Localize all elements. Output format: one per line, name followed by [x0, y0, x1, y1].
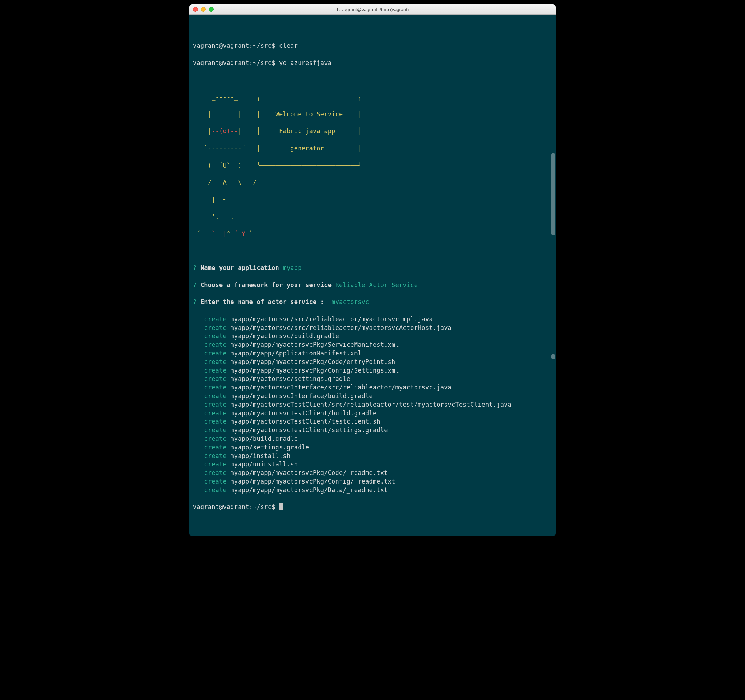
file-path: myapp/myapp/myactorsvcPkg/ServiceManifes…	[230, 341, 399, 348]
create-label: create	[204, 333, 227, 340]
file-path: myapp/uninstall.sh	[230, 461, 298, 468]
file-path: myapp/myactorsvcTestClient/src/reliablea…	[230, 401, 512, 408]
prompt-q1: ? Name your application myapp	[193, 264, 552, 272]
file-path: myapp/myactorsvcInterface/build.gradle	[230, 393, 373, 400]
create-line: create myapp/myactorsvcTestClient/build.…	[193, 409, 552, 418]
ascii-art: `---------´ │ generator │	[193, 144, 552, 153]
terminal-body[interactable]: vagrant@vagrant:~/src$ clear vagrant@vag…	[189, 15, 556, 536]
file-path: myapp/myactorsvc/settings.gradle	[230, 375, 350, 382]
create-line: create myapp/install.sh	[193, 452, 552, 461]
file-path: myapp/install.sh	[230, 452, 290, 460]
create-label: create	[204, 487, 227, 494]
create-line: create myapp/build.gradle	[193, 435, 552, 443]
ascii-art: _-----_ ╭──────────────────────────╮	[193, 93, 552, 101]
create-label: create	[204, 418, 227, 425]
file-path: myapp/myactorsvcTestClient/testclient.sh	[230, 418, 380, 425]
create-line: create myapp/myapp/myactorsvcPkg/Code/_r…	[193, 469, 552, 478]
blank-line	[193, 247, 552, 255]
ascii-art: | ~ |	[193, 196, 552, 204]
create-label: create	[204, 461, 227, 468]
command-clear: clear	[279, 42, 298, 49]
file-path: myapp/myactorsvcTestClient/settings.grad…	[230, 427, 387, 434]
create-label: create	[204, 410, 227, 417]
ascii-art: |--(o)--| │ Fabric java app │	[193, 127, 552, 136]
prompt: vagrant@vagrant:~/src$	[193, 59, 279, 66]
create-label: create	[204, 324, 227, 331]
create-line: create myapp/myactorsvcInterface/src/rel…	[193, 384, 552, 392]
create-label: create	[204, 393, 227, 400]
ascii-art: | | │ Welcome to Service │	[193, 110, 552, 119]
create-label: create	[204, 452, 227, 460]
question-answer: myactorsvc	[332, 298, 369, 306]
create-label: create	[204, 478, 227, 485]
file-path: myapp/myapp/myactorsvcPkg/Config/_readme…	[230, 478, 395, 485]
create-line: create myapp/myactorsvc/src/reliableacto…	[193, 315, 552, 324]
create-line: create myapp/myapp/myactorsvcPkg/Config/…	[193, 478, 552, 486]
prompt-q2: ? Choose a framework for your service Re…	[193, 281, 552, 290]
create-label: create	[204, 375, 227, 382]
create-label: create	[204, 435, 227, 442]
create-line: create myapp/myapp/myactorsvcPkg/Config/…	[193, 367, 552, 375]
file-path: myapp/myapp/myactorsvcPkg/Config/Setting…	[230, 367, 399, 374]
file-path: myapp/myactorsvc/src/reliableactor/myact…	[230, 324, 452, 331]
file-list: create myapp/myactorsvc/src/reliableacto…	[193, 315, 552, 495]
ascii-art: /___A___\ /	[193, 178, 552, 187]
prompt: vagrant@vagrant:~/src$	[193, 503, 279, 510]
ascii-art: ( _´U`_ ) ╰──────────────────────────╯	[193, 161, 552, 170]
create-line: create myapp/myactorsvcTestClient/testcl…	[193, 418, 552, 426]
create-label: create	[204, 384, 227, 391]
scrollbar-thumb[interactable]	[551, 153, 555, 236]
ascii-art: __'.___.'__	[193, 212, 552, 221]
cursor-icon	[279, 503, 283, 510]
create-line: create myapp/myactorsvcInterface/build.g…	[193, 392, 552, 401]
create-line: create myapp/myactorsvcTestClient/src/re…	[193, 401, 552, 409]
file-path: myapp/build.gradle	[230, 435, 298, 442]
question-label: Name your application	[200, 264, 279, 272]
create-label: create	[204, 367, 227, 374]
cmd-line-1: vagrant@vagrant:~/src$ clear	[193, 42, 552, 50]
question-label: Choose a framework for your service	[200, 281, 332, 289]
question-answer: myapp	[283, 264, 301, 272]
question-answer: Reliable Actor Service	[335, 281, 418, 289]
file-path: myapp/myactorsvc/build.gradle	[230, 333, 339, 340]
create-line: create myapp/myapp/ApplicationManifest.x…	[193, 349, 552, 358]
file-path: myapp/myapp/ApplicationManifest.xml	[230, 350, 361, 357]
create-line: create myapp/myactorsvc/build.gradle	[193, 332, 552, 341]
ascii-art: ´ ` |° ´ Y `	[193, 230, 552, 238]
question-label: Enter the name of actor service :	[200, 298, 324, 306]
create-line: create myapp/uninstall.sh	[193, 460, 552, 469]
create-label: create	[204, 469, 227, 476]
create-line: create myapp/myactorsvc/settings.gradle	[193, 375, 552, 384]
file-path: myapp/myapp/myactorsvcPkg/Code/entryPoin…	[230, 358, 395, 366]
titlebar[interactable]: 1. vagrant@vagrant: /tmp (vagrant)	[189, 4, 556, 15]
create-label: create	[204, 427, 227, 434]
blank-line	[193, 76, 552, 85]
create-label: create	[204, 341, 227, 348]
prompt-q3: ? Enter the name of actor service : myac…	[193, 298, 552, 307]
create-label: create	[204, 358, 227, 366]
create-line: create myapp/settings.gradle	[193, 443, 552, 452]
create-line: create myapp/myactorsvc/src/reliableacto…	[193, 324, 552, 333]
file-path: myapp/settings.gradle	[230, 444, 309, 451]
terminal-window: 1. vagrant@vagrant: /tmp (vagrant) vagra…	[189, 4, 556, 536]
file-path: myapp/myactorsvcTestClient/build.gradle	[230, 410, 377, 417]
create-line: create myapp/myactorsvcTestClient/settin…	[193, 426, 552, 435]
file-path: myapp/myapp/myactorsvcPkg/Code/_readme.t…	[230, 469, 387, 476]
file-path: myapp/myactorsvcInterface/src/reliableac…	[230, 384, 452, 391]
create-label: create	[204, 444, 227, 451]
create-line: create myapp/myapp/myactorsvcPkg/Code/en…	[193, 358, 552, 367]
create-label: create	[204, 401, 227, 408]
command-yo: yo azuresfjava	[279, 59, 332, 66]
window-title: 1. vagrant@vagrant: /tmp (vagrant)	[189, 7, 556, 12]
prompt: vagrant@vagrant:~/src$	[193, 42, 279, 49]
create-line: create myapp/myapp/myactorsvcPkg/Data/_r…	[193, 486, 552, 495]
file-path: myapp/myactorsvc/src/reliableactor/myact…	[230, 315, 432, 323]
create-label: create	[204, 315, 227, 323]
create-label: create	[204, 350, 227, 357]
scrollbar-thumb-bottom[interactable]	[551, 354, 555, 359]
final-prompt[interactable]: vagrant@vagrant:~/src$	[193, 503, 552, 512]
create-line: create myapp/myapp/myactorsvcPkg/Service…	[193, 341, 552, 349]
file-path: myapp/myapp/myactorsvcPkg/Data/_readme.t…	[230, 487, 387, 494]
cmd-line-2: vagrant@vagrant:~/src$ yo azuresfjava	[193, 59, 552, 67]
